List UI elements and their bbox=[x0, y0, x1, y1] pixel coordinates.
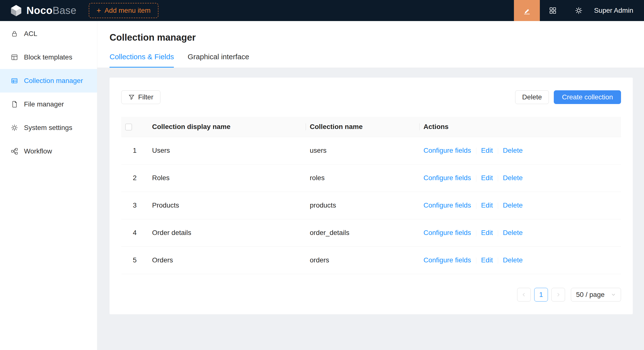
delete-link[interactable]: Delete bbox=[503, 256, 523, 264]
settings-button[interactable] bbox=[566, 0, 592, 21]
page-1-button[interactable]: 1 bbox=[534, 288, 548, 301]
edit-link[interactable]: Edit bbox=[481, 229, 493, 236]
page-size-select[interactable]: 50 / page bbox=[571, 288, 621, 301]
display-name-cell: Order details bbox=[148, 219, 306, 246]
select-all-checkbox[interactable] bbox=[125, 124, 132, 130]
highlighter-icon bbox=[523, 6, 531, 15]
configure-fields-link[interactable]: Configure fields bbox=[424, 201, 471, 209]
edit-link[interactable]: Edit bbox=[481, 147, 493, 154]
action-divider bbox=[498, 175, 498, 182]
nocobase-logo-icon bbox=[10, 4, 22, 17]
configure-fields-link[interactable]: Configure fields bbox=[424, 256, 471, 264]
tab-graphical-interface[interactable]: Graphical interface bbox=[188, 53, 249, 68]
collection-name-cell: users bbox=[306, 137, 420, 164]
sidebar-item-label: File manager bbox=[24, 100, 64, 108]
delete-link[interactable]: Delete bbox=[503, 174, 523, 182]
topbar-right-cluster: Super Admin bbox=[514, 0, 644, 21]
column-header-actions: Actions bbox=[420, 117, 621, 137]
chevron-left-icon bbox=[521, 292, 527, 297]
sidebar-item-file-manager[interactable]: File manager bbox=[0, 93, 97, 116]
table-row: 3 Products products Configure fieldsEdit… bbox=[121, 192, 621, 219]
actions-cell: Configure fieldsEditDelete bbox=[420, 219, 621, 246]
row-index: 1 bbox=[121, 137, 148, 164]
action-divider bbox=[498, 203, 498, 209]
grid-icon bbox=[549, 7, 557, 15]
logo-text: NocoBase bbox=[26, 5, 76, 17]
logo[interactable]: NocoBase bbox=[10, 4, 76, 17]
sidebar-item-acl[interactable]: ACL bbox=[0, 22, 97, 46]
edit-link[interactable]: Edit bbox=[481, 201, 493, 209]
actions-cell: Configure fieldsEditDelete bbox=[420, 246, 621, 274]
display-name-cell: Roles bbox=[148, 164, 306, 192]
sidebar-item-label: Block templates bbox=[24, 53, 72, 61]
actions-cell: Configure fieldsEditDelete bbox=[420, 137, 621, 164]
create-collection-label: Create collection bbox=[562, 93, 613, 101]
display-name-cell: Products bbox=[148, 192, 306, 219]
edit-link[interactable]: Edit bbox=[481, 174, 493, 182]
row-index: 3 bbox=[121, 192, 148, 219]
row-index: 2 bbox=[121, 164, 148, 192]
collection-name-cell: roles bbox=[306, 164, 420, 192]
add-menu-item-label: Add menu item bbox=[104, 7, 150, 15]
prev-page-button[interactable] bbox=[517, 288, 531, 301]
pagination: 1 50 / page bbox=[121, 288, 621, 301]
configure-fields-link[interactable]: Configure fields bbox=[424, 147, 471, 154]
column-header-collection-name: Collection name bbox=[306, 117, 420, 137]
actions-cell: Configure fieldsEditDelete bbox=[420, 164, 621, 192]
display-name-cell: Orders bbox=[148, 246, 306, 274]
page-header: Collection manager Collections & Fields … bbox=[97, 21, 644, 68]
gear-icon bbox=[575, 7, 583, 15]
table-row: 2 Roles roles Configure fieldsEditDelete bbox=[121, 164, 621, 192]
delete-link[interactable]: Delete bbox=[503, 229, 523, 236]
layout-icon bbox=[11, 54, 18, 61]
page-size-value: 50 / page bbox=[576, 291, 605, 299]
filter-button[interactable]: Filter bbox=[121, 90, 160, 104]
delete-button[interactable]: Delete bbox=[515, 90, 549, 104]
lock-icon bbox=[11, 30, 18, 38]
edit-link[interactable]: Edit bbox=[481, 256, 493, 264]
action-divider bbox=[476, 230, 476, 236]
tab-collections-fields[interactable]: Collections & Fields bbox=[110, 53, 174, 68]
action-divider bbox=[476, 148, 476, 154]
delete-link[interactable]: Delete bbox=[503, 147, 523, 154]
action-divider bbox=[476, 175, 476, 182]
actions-cell: Configure fieldsEditDelete bbox=[420, 192, 621, 219]
sidebar: ACL Block templates Collection manager F… bbox=[0, 21, 97, 350]
file-icon bbox=[11, 101, 18, 108]
plus-icon: + bbox=[96, 7, 101, 15]
sidebar-item-label: Collection manager bbox=[24, 77, 83, 85]
plugins-button[interactable] bbox=[540, 0, 566, 21]
next-page-button[interactable] bbox=[551, 288, 565, 301]
select-all-cell bbox=[121, 117, 148, 137]
collection-name-cell: products bbox=[306, 192, 420, 219]
user-menu[interactable]: Super Admin bbox=[592, 7, 644, 15]
chevron-down-icon bbox=[611, 292, 616, 297]
delete-button-label: Delete bbox=[522, 93, 542, 101]
display-name-cell: Users bbox=[148, 137, 306, 164]
add-menu-item-button[interactable]: + Add menu item bbox=[89, 3, 158, 18]
action-divider bbox=[498, 257, 498, 264]
sidebar-item-label: System settings bbox=[24, 124, 72, 132]
tab-bar: Collections & Fields Graphical interface bbox=[97, 43, 644, 68]
column-header-display-name: Collection display name bbox=[148, 117, 306, 137]
delete-link[interactable]: Delete bbox=[503, 201, 523, 209]
row-index: 5 bbox=[121, 246, 148, 274]
create-collection-button[interactable]: Create collection bbox=[554, 90, 621, 104]
sidebar-item-workflow[interactable]: Workflow bbox=[0, 140, 97, 163]
table-row: 5 Orders orders Configure fieldsEditDele… bbox=[121, 246, 621, 274]
sidebar-item-label: Workflow bbox=[24, 147, 52, 155]
action-divider bbox=[476, 257, 476, 264]
top-header: NocoBase + Add menu item Super Admin bbox=[0, 0, 644, 21]
sidebar-item-collection-manager[interactable]: Collection manager bbox=[0, 69, 97, 93]
chevron-right-icon bbox=[556, 292, 561, 297]
gear-icon bbox=[11, 124, 18, 131]
configure-fields-link[interactable]: Configure fields bbox=[424, 174, 471, 182]
workflow-icon bbox=[11, 148, 18, 155]
sidebar-item-block-templates[interactable]: Block templates bbox=[0, 46, 97, 69]
action-divider bbox=[476, 203, 476, 209]
ui-editor-button[interactable] bbox=[514, 0, 540, 21]
configure-fields-link[interactable]: Configure fields bbox=[424, 229, 471, 236]
sidebar-item-system-settings[interactable]: System settings bbox=[0, 116, 97, 140]
page-content: Filter Delete Create collection bbox=[97, 68, 644, 350]
toolbar-right: Delete Create collection bbox=[515, 90, 621, 104]
